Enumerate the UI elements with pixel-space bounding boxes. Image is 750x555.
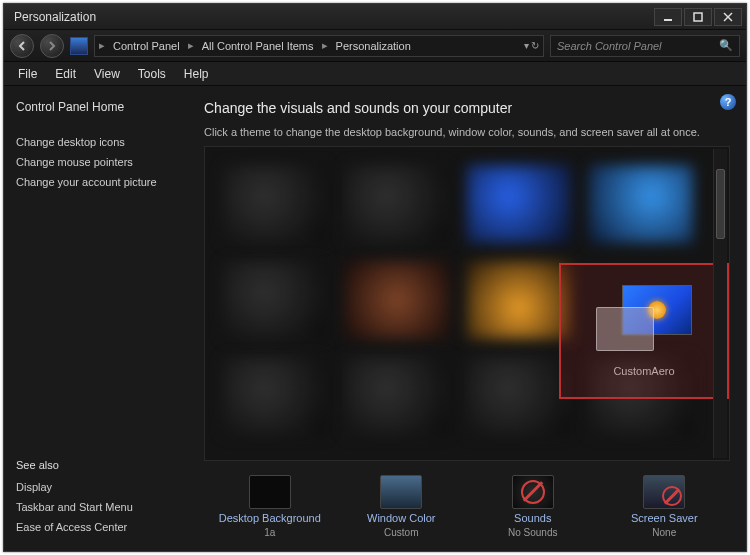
theme-thumbnail[interactable]	[345, 261, 449, 339]
see-also-heading: See also	[16, 459, 182, 471]
theme-thumbnail[interactable]	[223, 357, 327, 435]
desktop-background-icon	[249, 475, 291, 509]
label: Screen Saver	[631, 512, 698, 524]
theme-thumbnail[interactable]	[345, 165, 449, 243]
sidebar-link[interactable]: Display	[16, 481, 182, 493]
theme-thumbnail[interactable]	[223, 261, 327, 339]
sounds-button[interactable]: Sounds No Sounds	[467, 475, 599, 538]
breadcrumb-item[interactable]: Control Panel	[109, 40, 184, 52]
theme-label: CustomAero	[613, 365, 674, 377]
value: 1a	[264, 527, 275, 538]
menubar: File Edit View Tools Help	[4, 62, 746, 86]
close-button[interactable]	[714, 8, 742, 26]
sidebar-link[interactable]: Change your account picture	[16, 176, 182, 188]
window-color-icon	[380, 475, 422, 509]
label: Sounds	[514, 512, 551, 524]
main-panel: ? Change the visuals and sounds on your …	[194, 86, 746, 551]
settings-row: Desktop Background 1a Window Color Custo…	[204, 461, 730, 541]
page-heading: Change the visuals and sounds on your co…	[204, 100, 730, 116]
label: Window Color	[367, 512, 435, 524]
sounds-icon	[512, 475, 554, 509]
chevron-right-icon: ▸	[184, 39, 198, 52]
sidebar-link[interactable]: Change mouse pointers	[16, 156, 182, 168]
search-placeholder: Search Control Panel	[557, 40, 662, 52]
breadcrumb-item[interactable]: Personalization	[332, 40, 415, 52]
screen-saver-icon	[643, 475, 685, 509]
value: No Sounds	[508, 527, 557, 538]
desktop-background-button[interactable]: Desktop Background 1a	[204, 475, 336, 538]
forward-button[interactable]	[40, 34, 64, 58]
help-icon[interactable]: ?	[720, 94, 736, 110]
window-color-button[interactable]: Window Color Custom	[336, 475, 468, 538]
address-bar[interactable]: ▸ Control Panel ▸ All Control Panel Item…	[94, 35, 544, 57]
menu-help[interactable]: Help	[176, 65, 217, 83]
breadcrumb-item[interactable]: All Control Panel Items	[198, 40, 318, 52]
maximize-button[interactable]	[684, 8, 712, 26]
recent-locations-icon[interactable]: ▾	[524, 40, 529, 51]
control-panel-icon	[70, 37, 88, 55]
menu-tools[interactable]: Tools	[130, 65, 174, 83]
sidebar-link[interactable]: Change desktop icons	[16, 136, 182, 148]
theme-preview-icon	[596, 285, 692, 351]
chevron-right-icon: ▸	[95, 39, 109, 52]
menu-edit[interactable]: Edit	[47, 65, 84, 83]
sidebar-link[interactable]: Ease of Access Center	[16, 521, 182, 533]
svg-rect-1	[694, 13, 702, 21]
value: Custom	[384, 527, 418, 538]
navigation-bar: ▸ Control Panel ▸ All Control Panel Item…	[4, 30, 746, 62]
control-panel-home-link[interactable]: Control Panel Home	[16, 100, 182, 114]
theme-grid[interactable]: CustomAero	[204, 146, 730, 461]
screen-saver-button[interactable]: Screen Saver None	[599, 475, 731, 538]
scrollbar-thumb[interactable]	[716, 169, 725, 239]
window-title: Personalization	[14, 10, 652, 24]
refresh-icon[interactable]: ↻	[531, 40, 539, 51]
menu-view[interactable]: View	[86, 65, 128, 83]
theme-thumbnail[interactable]	[467, 261, 571, 339]
sidebar-link[interactable]: Taskbar and Start Menu	[16, 501, 182, 513]
theme-thumbnail[interactable]	[467, 357, 571, 435]
page-subtext: Click a theme to change the desktop back…	[204, 126, 730, 138]
theme-thumbnail[interactable]	[589, 165, 693, 243]
search-icon: 🔍	[719, 39, 733, 52]
theme-thumbnail[interactable]	[223, 165, 327, 243]
chevron-right-icon: ▸	[318, 39, 332, 52]
titlebar[interactable]: Personalization	[4, 4, 746, 30]
theme-thumbnail[interactable]	[467, 165, 571, 243]
window-frame: Personalization ▸ Control Panel ▸ All Co…	[3, 3, 747, 552]
scrollbar[interactable]	[713, 149, 727, 458]
minimize-button[interactable]	[654, 8, 682, 26]
content-area: Control Panel Home Change desktop icons …	[4, 86, 746, 551]
theme-thumbnail[interactable]	[345, 357, 449, 435]
theme-customaero[interactable]: CustomAero	[559, 263, 729, 399]
sidebar: Control Panel Home Change desktop icons …	[4, 86, 194, 551]
back-button[interactable]	[10, 34, 34, 58]
value: None	[652, 527, 676, 538]
menu-file[interactable]: File	[10, 65, 45, 83]
search-input[interactable]: Search Control Panel 🔍	[550, 35, 740, 57]
label: Desktop Background	[219, 512, 321, 524]
